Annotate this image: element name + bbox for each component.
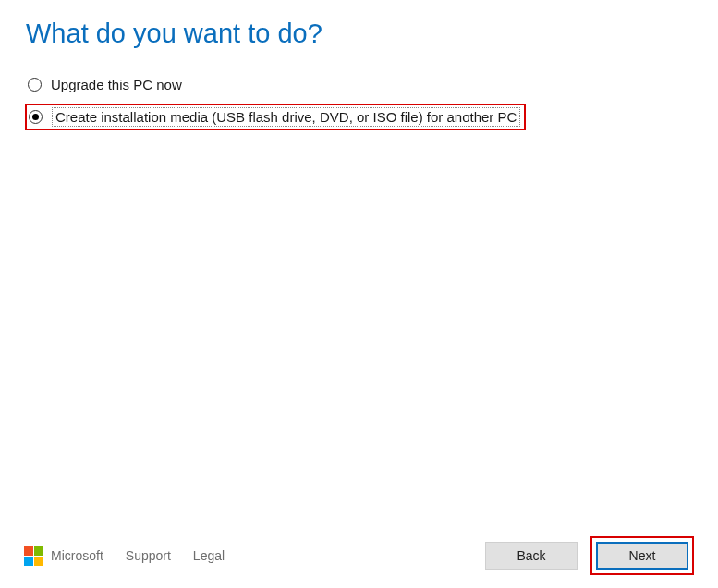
- radio-icon: [29, 110, 43, 124]
- brand-label: Microsoft: [51, 548, 103, 563]
- highlight-box: Next: [590, 536, 694, 575]
- highlight-box: Create installation media (USB flash dri…: [25, 104, 526, 130]
- option-label: Upgrade this PC now: [51, 77, 182, 92]
- microsoft-logo-icon: [24, 546, 43, 566]
- radio-selected-dot: [32, 114, 39, 120]
- option-create-media[interactable]: Create installation media (USB flash dri…: [28, 98, 690, 136]
- options-group: Upgrade this PC now Create installation …: [0, 71, 718, 136]
- next-button[interactable]: Next: [596, 542, 688, 570]
- radio-icon: [28, 78, 42, 92]
- option-label: Create installation media (USB flash dri…: [52, 107, 520, 127]
- footer-bar: Microsoft Support Legal Back Next: [0, 536, 718, 575]
- legal-link[interactable]: Legal: [193, 548, 225, 563]
- option-upgrade[interactable]: Upgrade this PC now: [28, 71, 690, 98]
- page-title: What do you want to do?: [0, 0, 718, 71]
- back-button[interactable]: Back: [485, 542, 578, 570]
- support-link[interactable]: Support: [126, 548, 171, 563]
